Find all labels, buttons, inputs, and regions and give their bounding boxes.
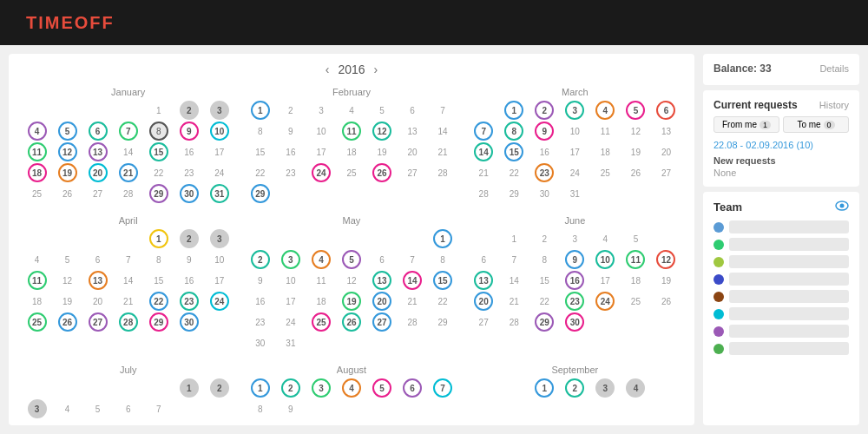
day-cell: 18 [626, 271, 645, 290]
day-cell: 25 [595, 163, 615, 182]
day-cell: 7 [119, 250, 138, 269]
day-cell: 14 [119, 271, 138, 290]
day-cell: 12 [342, 271, 361, 290]
year-nav: ‹ 2016 › [22, 62, 681, 76]
member-name [729, 255, 849, 268]
day-cell: 2 [281, 101, 300, 120]
day-cell: 28 [474, 184, 493, 203]
day-cell: 21 [119, 163, 138, 182]
day-cell: 5 [89, 399, 108, 418]
day-cell: 22 [433, 292, 452, 311]
day-cell: 14 [504, 271, 523, 290]
member-name [729, 220, 849, 233]
new-requests-label: New requests [713, 155, 849, 166]
day-cell: 27 [403, 163, 422, 182]
day-cell: 31 [210, 184, 229, 203]
day-cell: 10 [210, 122, 229, 141]
day-cell: 28 [504, 312, 523, 332]
day-cell: 23 [535, 163, 554, 182]
day-cell: 6 [119, 399, 138, 418]
team-member [713, 307, 849, 320]
day-cell: 21 [119, 292, 138, 311]
team-member [713, 238, 849, 251]
day-cell: 5 [626, 101, 645, 120]
member-color-dot [713, 344, 724, 354]
day-cell: 1 [149, 101, 168, 120]
next-year-button[interactable]: › [368, 62, 383, 76]
member-color-dot [713, 240, 724, 250]
day-cell: 20 [372, 292, 391, 311]
month-may: May 1 2 3 4 5 6 7 8 9 10 11 [245, 215, 457, 354]
month-january: January 1 2 3 4 5 6 7 8 9 10 [22, 87, 234, 205]
day-cell: 30 [180, 184, 199, 203]
day-cell: 21 [433, 142, 452, 161]
day-cell: 30 [565, 312, 584, 332]
day-cell: 4 [342, 378, 361, 398]
months-grid: January 1 2 3 4 5 6 7 8 9 10 [22, 87, 681, 420]
day-cell: 28 [119, 312, 138, 332]
member-color-dot [713, 257, 724, 267]
day-cell: 20 [403, 142, 422, 161]
day-cell: 15 [251, 142, 270, 161]
day-cell: 3 [565, 101, 584, 120]
month-february: February 1 2 3 4 5 6 7 8 9 10 11 12 13 [245, 87, 457, 205]
sidebar: Balance: 33 Details Current requests His… [703, 54, 859, 425]
day-cell: 3 [565, 229, 584, 248]
team-member [713, 342, 849, 355]
day-cell: 23 [180, 292, 199, 311]
details-button[interactable]: Details [819, 63, 849, 74]
day-cell: 2 [535, 101, 554, 120]
team-card: Team [703, 192, 859, 425]
member-name [729, 325, 849, 338]
day-cell: 22 [149, 163, 168, 182]
history-button[interactable]: History [819, 100, 849, 110]
prev-year-button[interactable]: ‹ [320, 62, 335, 76]
day-cell [180, 399, 199, 418]
day-cell: 20 [89, 292, 108, 311]
month-march-label: March [469, 87, 681, 97]
month-august: August 1 2 3 4 5 6 7 8 9 [245, 365, 457, 420]
day-cell: 6 [474, 250, 493, 269]
day-cell: 8 [433, 250, 452, 269]
month-february-label: February [245, 87, 457, 97]
day-cell: 29 [149, 312, 168, 332]
day-cell: 21 [474, 163, 493, 182]
to-me-tab[interactable]: To me 0 [783, 116, 849, 133]
day-cell: 11 [342, 122, 361, 141]
day-cell: 6 [89, 122, 108, 141]
day-cell: 13 [474, 271, 493, 290]
day-cell: 29 [251, 184, 270, 203]
month-july-label: July [22, 365, 234, 375]
day-cell: 3 [281, 250, 300, 269]
day-cell: 3 [210, 101, 229, 120]
from-me-label: From me [722, 120, 757, 129]
day-cell: 3 [312, 378, 331, 398]
day-cell: 6 [403, 101, 422, 120]
day-cell: 19 [656, 271, 675, 290]
month-may-label: May [245, 215, 457, 226]
day-cell [210, 399, 229, 418]
day-cell: 17 [210, 142, 229, 161]
day-cell: 3 [210, 229, 229, 248]
day-cell: 10 [312, 122, 331, 141]
day-cell: 1 [504, 229, 523, 248]
day-cell: 10 [595, 250, 615, 269]
day-cell: 16 [251, 292, 270, 311]
day-cell: 7 [403, 250, 422, 269]
from-me-tab[interactable]: From me 1 [713, 116, 779, 133]
day-cell: 28 [433, 163, 452, 182]
day-cell [433, 399, 452, 418]
month-september: September 1 2 3 4 [469, 365, 681, 420]
day-cell: 13 [656, 122, 675, 141]
eye-icon[interactable] [835, 201, 849, 214]
day-cell: 1 [504, 101, 523, 120]
day-cell [342, 399, 361, 418]
calendar-panel: ‹ 2016 › January 1 2 3 4 [9, 54, 694, 425]
date-range-link[interactable]: 22.08 - 02.09.2016 (10) [713, 140, 849, 150]
day-cell: 24 [312, 163, 331, 182]
day-cell: 15 [149, 271, 168, 290]
month-april: April 1 2 3 4 5 6 7 8 9 10 11 [22, 215, 234, 354]
day-cell: 18 [28, 292, 47, 311]
request-tabs: From me 1 To me 0 [713, 116, 849, 133]
day-cell: 4 [312, 250, 331, 269]
